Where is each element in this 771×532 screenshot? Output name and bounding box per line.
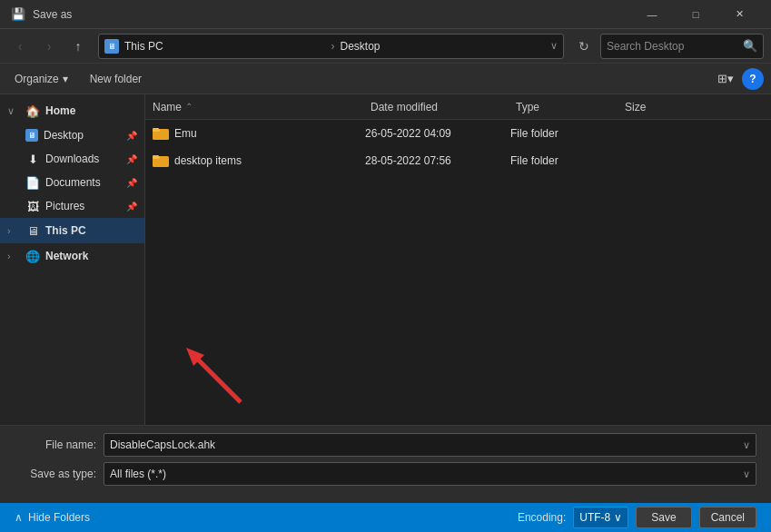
back-button[interactable]: ‹	[7, 34, 33, 59]
hide-folders-label: Hide Folders	[28, 511, 90, 524]
svg-rect-2	[153, 128, 159, 131]
encoding-select[interactable]: UTF-8 ∨	[573, 507, 628, 528]
view-icon: ⊞	[717, 72, 727, 85]
view-options-button[interactable]: ⊞ ▾	[713, 66, 738, 92]
column-type[interactable]: Type	[516, 101, 625, 113]
bottom-panel: File name: DisableCapsLock.ahk ∨ Save as…	[0, 425, 771, 503]
status-bar: ∧ Hide Folders Encoding: UTF-8 ∨ Save Ca…	[0, 503, 771, 532]
desktop-pin-icon: 📌	[126, 131, 137, 141]
home-icon: 🏠	[25, 103, 40, 118]
save-as-type-value: All files (*.*)	[110, 468, 166, 480]
address-separator: ›	[331, 40, 335, 53]
search-bar[interactable]: Search Desktop 🔍	[600, 34, 764, 59]
minimize-button[interactable]: —	[631, 0, 673, 29]
search-icon: 🔍	[743, 39, 757, 53]
dialog-title: Save as	[33, 8, 72, 21]
encoding-label: Encoding:	[518, 511, 566, 524]
sidebar-this-pc-header[interactable]: › 🖥 This PC	[0, 218, 144, 243]
main-content: ∨ 🏠 Home 🖥 Desktop 📌 ⬇ Downloads 📌 📄 Doc…	[0, 94, 771, 425]
pictures-icon: 🖼	[25, 199, 40, 213]
status-left: ∧ Hide Folders	[15, 511, 90, 524]
column-size[interactable]: Size	[625, 101, 697, 113]
column-date[interactable]: Date modified	[371, 101, 516, 113]
table-row[interactable]: desktop items 28-05-2022 07:56 File fold…	[145, 147, 771, 174]
encoding-chevron-icon: ∨	[614, 511, 622, 524]
sidebar-desktop-label: Desktop	[44, 129, 121, 142]
save-as-icon: 💾	[11, 7, 25, 22]
sidebar-documents-label: Documents	[45, 176, 121, 189]
file-name-value: DisableCapsLock.ahk	[110, 438, 215, 451]
organize-label: Organize	[15, 73, 59, 85]
desktop-icon: 🖥	[25, 129, 38, 142]
sidebar-downloads-label: Downloads	[45, 153, 121, 165]
folder-icon	[153, 125, 169, 142]
hide-folders-button[interactable]: ∧ Hide Folders	[15, 511, 90, 524]
toolbar2-right: ⊞ ▾ ?	[713, 66, 764, 92]
save-as-type-chevron-icon: ∨	[743, 468, 750, 480]
table-row[interactable]: Emu 26-05-2022 04:09 File folder	[145, 120, 771, 147]
file-name-label: File name:	[15, 438, 96, 451]
network-expander-icon: ›	[7, 251, 20, 261]
sidebar-home-label: Home	[45, 104, 75, 117]
cancel-button[interactable]: Cancel	[699, 507, 756, 528]
folder-icon	[153, 153, 169, 169]
save-as-type-row: Save as type: All files (*.*) ∨	[15, 462, 756, 486]
file-date-desktop-items: 28-05-2022 07:56	[365, 154, 510, 167]
forward-button[interactable]: ›	[36, 34, 62, 59]
downloads-icon: ⬇	[25, 152, 40, 166]
new-folder-button[interactable]: New folder	[83, 70, 149, 88]
address-bar[interactable]: 🖥 This PC › Desktop ∨	[98, 34, 564, 59]
save-button[interactable]: Save	[636, 507, 691, 528]
sidebar-item-desktop[interactable]: 🖥 Desktop 📌	[0, 123, 144, 147]
maximize-button[interactable]: □	[675, 0, 717, 29]
organize-toolbar: Organize ▾ New folder ⊞ ▾ ?	[0, 64, 771, 94]
sidebar-network-header[interactable]: › 🌐 Network	[0, 243, 144, 269]
save-as-type-input[interactable]: All files (*.*) ∨	[104, 462, 756, 486]
file-type-desktop-items: File folder	[510, 154, 619, 167]
this-pc-icon: 🖥	[25, 223, 40, 238]
column-name[interactable]: Name ⌃	[153, 101, 371, 113]
documents-pin-icon: 📌	[126, 178, 137, 188]
encoding-value: UTF-8	[579, 511, 610, 524]
this-pc-expander-icon: ›	[7, 225, 20, 236]
view-chevron-icon: ▾	[727, 72, 734, 85]
refresh-button[interactable]: ↻	[571, 34, 597, 59]
sidebar-home-header[interactable]: ∨ 🏠 Home	[0, 98, 144, 123]
address-chevron-icon: ∨	[550, 40, 558, 52]
help-button[interactable]: ?	[742, 68, 764, 90]
title-bar-left: 💾 Save as	[11, 7, 72, 22]
documents-icon: 📄	[25, 175, 40, 190]
file-name-desktop-items: desktop items	[174, 154, 365, 167]
organize-chevron-icon: ▾	[63, 73, 68, 85]
save-as-type-label: Save as type:	[15, 468, 96, 480]
file-date-emu: 26-05-2022 04:09	[365, 127, 510, 140]
hide-folders-chevron-icon: ∧	[15, 511, 23, 524]
sort-arrow-icon: ⌃	[185, 102, 193, 112]
up-button[interactable]: ↑	[65, 34, 91, 59]
navigation-toolbar: ‹ › ↑ 🖥 This PC › Desktop ∨ ↻ Search Des…	[0, 29, 771, 64]
file-name-chevron-icon: ∨	[743, 439, 750, 451]
sidebar-item-pictures[interactable]: 🖼 Pictures 📌	[0, 194, 144, 218]
file-name-row: File name: DisableCapsLock.ahk ∨	[15, 433, 756, 457]
pc-icon: 🖥	[104, 39, 119, 54]
close-button[interactable]: ✕	[718, 0, 760, 29]
home-expander-icon: ∨	[7, 105, 20, 117]
address-part-desktop: Desktop	[341, 40, 542, 53]
file-name-input[interactable]: DisableCapsLock.ahk ∨	[104, 433, 756, 457]
sidebar-pictures-label: Pictures	[45, 200, 121, 212]
file-name-emu: Emu	[174, 127, 365, 140]
network-icon: 🌐	[25, 249, 40, 263]
window-controls: — □ ✕	[631, 0, 760, 29]
sidebar-network-label: Network	[45, 250, 88, 262]
svg-rect-5	[153, 155, 159, 158]
address-part-pc: This PC	[124, 40, 326, 53]
file-list-header: Name ⌃ Date modified Type Size	[145, 94, 771, 120]
sidebar-this-pc-label: This PC	[45, 224, 86, 237]
sidebar-item-documents[interactable]: 📄 Documents 📌	[0, 171, 144, 194]
file-type-emu: File folder	[510, 127, 619, 140]
sidebar-item-downloads[interactable]: ⬇ Downloads 📌	[0, 147, 144, 171]
organize-button[interactable]: Organize ▾	[7, 70, 75, 88]
status-right: Encoding: UTF-8 ∨ Save Cancel	[518, 507, 756, 528]
sidebar: ∨ 🏠 Home 🖥 Desktop 📌 ⬇ Downloads 📌 📄 Doc…	[0, 94, 145, 425]
pictures-pin-icon: 📌	[126, 202, 137, 212]
